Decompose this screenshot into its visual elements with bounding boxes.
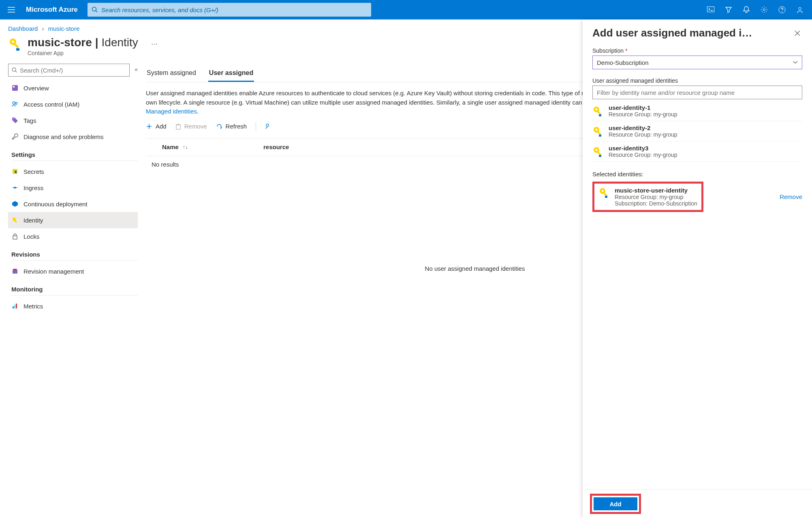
- svg-rect-27: [16, 304, 17, 308]
- breadcrumb-item[interactable]: Dashboard: [8, 25, 38, 32]
- hamburger-menu-icon[interactable]: [3, 0, 19, 19]
- sidebar-item-label: Identity: [24, 217, 43, 224]
- identity-item[interactable]: user-identity-2 Resource Group: my-group: [592, 121, 802, 141]
- subscription-value: Demo-Subscription: [597, 59, 649, 66]
- resource-type: Container App: [28, 50, 138, 56]
- sidebar-item-label: Ingress: [24, 184, 43, 191]
- key-icon: [592, 126, 604, 137]
- sidebar-item-revision-mgmt[interactable]: Revision management: [8, 263, 138, 279]
- selected-rg: Resource Group: my-group: [615, 194, 697, 200]
- filter-input[interactable]: [592, 86, 802, 99]
- add-button-highlight: Add: [590, 494, 641, 514]
- revision-icon: [11, 268, 19, 275]
- global-search[interactable]: [88, 3, 371, 17]
- lock-icon: [11, 233, 19, 240]
- collapse-sidebar-icon[interactable]: «: [135, 66, 138, 73]
- top-icon-bar: [702, 0, 809, 19]
- sidebar-item-ingress[interactable]: Ingress: [8, 180, 138, 196]
- sort-icon[interactable]: ↑↓: [183, 144, 188, 150]
- sidebar-item-label: Overview: [24, 85, 49, 92]
- svg-marker-33: [599, 114, 601, 116]
- sidebar-item-cd[interactable]: Continuous deployment: [8, 196, 138, 212]
- overview-icon: [11, 84, 19, 92]
- filter-icon[interactable]: [720, 0, 737, 19]
- cloud-shell-icon[interactable]: [702, 0, 720, 19]
- identity-item[interactable]: user-identity3 Resource Group: my-group: [592, 141, 802, 162]
- subscription-select[interactable]: Demo-Subscription: [592, 56, 802, 69]
- sidebar-section-revisions: Revisions: [11, 251, 138, 261]
- sidebar: « Overview Access control (IAM) Tags Dia…: [8, 64, 138, 314]
- refresh-button[interactable]: Refresh: [216, 123, 247, 130]
- toolbar-separator: [256, 122, 256, 131]
- identity-rg: Resource Group: my-group: [609, 152, 677, 158]
- assign-button[interactable]: [265, 123, 271, 130]
- identity-name: user-identity-2: [609, 124, 677, 131]
- sidebar-item-label: Access control (IAM): [24, 101, 79, 108]
- svg-rect-14: [13, 86, 15, 88]
- svg-rect-22: [13, 236, 17, 239]
- sidebar-item-locks[interactable]: Locks: [8, 228, 138, 244]
- sidebar-search[interactable]: [8, 64, 130, 77]
- remove-link[interactable]: Remove: [759, 193, 802, 200]
- identity-rg: Resource Group: my-group: [609, 111, 677, 118]
- identity-list: user-identity-1 Resource Group: my-group…: [592, 101, 802, 162]
- sidebar-item-label: Secrets: [24, 168, 44, 175]
- brand-label[interactable]: Microsoft Azure: [26, 6, 78, 14]
- svg-point-0: [92, 7, 96, 11]
- learn-more-link[interactable]: Managed identities: [146, 108, 197, 115]
- close-icon[interactable]: [793, 28, 802, 38]
- sidebar-item-access-control[interactable]: Access control (IAM): [8, 96, 138, 112]
- svg-rect-9: [13, 43, 19, 48]
- more-icon[interactable]: ⋯: [151, 40, 158, 48]
- feedback-icon[interactable]: [791, 0, 809, 19]
- svg-point-11: [12, 68, 16, 71]
- sidebar-item-label: Revision management: [24, 268, 84, 275]
- sidebar-item-metrics[interactable]: Metrics: [8, 298, 138, 314]
- wrench-icon: [11, 133, 19, 140]
- svg-point-6: [799, 7, 801, 10]
- svg-rect-26: [14, 305, 15, 308]
- flyout-panel: Add user assigned managed i… Subscriptio…: [583, 19, 812, 518]
- sidebar-item-diagnose[interactable]: Diagnose and solve problems: [8, 128, 138, 145]
- sidebar-item-overview[interactable]: Overview: [8, 80, 138, 96]
- tab-user-assigned[interactable]: User assigned: [208, 66, 254, 82]
- identity-item[interactable]: user-identity-1 Resource Group: my-group: [592, 101, 802, 121]
- key-icon: [592, 105, 604, 117]
- svg-marker-45: [605, 196, 607, 198]
- breadcrumb-item[interactable]: music-store: [48, 25, 80, 32]
- sidebar-item-label: Tags: [24, 117, 36, 124]
- svg-point-17: [13, 118, 14, 119]
- flyout-footer: Add: [583, 489, 812, 518]
- identity-rg: Resource Group: my-group: [609, 131, 677, 138]
- sidebar-section-settings: Settings: [11, 151, 138, 161]
- svg-line-12: [15, 71, 17, 72]
- sidebar-section-monitoring: Monitoring: [11, 286, 138, 295]
- svg-marker-10: [16, 48, 19, 51]
- notifications-icon[interactable]: [737, 0, 755, 19]
- svg-line-1: [96, 11, 97, 12]
- sidebar-item-tags[interactable]: Tags: [8, 112, 138, 128]
- page-title: music-store | Identity: [28, 36, 138, 49]
- sidebar-item-secrets[interactable]: Secrets: [8, 163, 138, 180]
- help-icon[interactable]: [773, 0, 791, 19]
- column-name[interactable]: Name: [162, 143, 179, 150]
- svg-rect-2: [707, 7, 714, 12]
- add-submit-button[interactable]: Add: [594, 497, 637, 510]
- settings-icon[interactable]: [755, 0, 773, 19]
- key-icon: [598, 187, 610, 198]
- tab-system-assigned[interactable]: System assigned: [146, 66, 197, 82]
- svg-point-5: [782, 11, 782, 12]
- svg-rect-28: [176, 125, 180, 129]
- sidebar-item-label: Diagnose and solve problems: [24, 133, 104, 140]
- svg-point-16: [15, 103, 17, 105]
- sidebar-item-identity[interactable]: Identity: [8, 212, 138, 228]
- global-search-input[interactable]: [101, 6, 367, 13]
- svg-point-20: [13, 218, 16, 221]
- svg-rect-25: [13, 306, 14, 308]
- add-button[interactable]: Add: [146, 123, 167, 130]
- svg-point-35: [596, 128, 598, 131]
- svg-rect-23: [13, 270, 17, 274]
- sidebar-search-input[interactable]: [20, 67, 126, 74]
- svg-rect-19: [15, 171, 17, 173]
- secrets-icon: [11, 168, 19, 175]
